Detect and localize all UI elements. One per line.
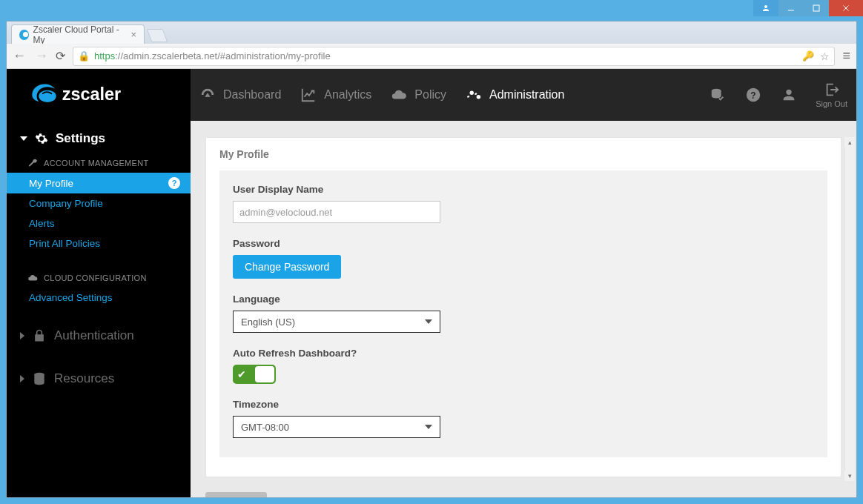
svg-text:zscaler: zscaler bbox=[62, 84, 121, 104]
signout-label: Sign Out bbox=[816, 99, 847, 108]
forward-button[interactable]: → bbox=[35, 48, 48, 64]
chart-icon bbox=[300, 87, 317, 103]
gauge-icon bbox=[199, 87, 216, 103]
sidebar-item-my-profile[interactable]: My Profile ? bbox=[7, 173, 191, 193]
sidebar-settings-label: Settings bbox=[56, 131, 105, 146]
svg-rect-1 bbox=[813, 5, 819, 11]
display-name-label: User Display Name bbox=[233, 184, 814, 195]
sidebar-item-advanced-settings[interactable]: Advanced Settings bbox=[7, 288, 191, 308]
chevron-down-icon bbox=[20, 136, 27, 141]
os-window: Zscaler Cloud Portal - My × ← → ⟳ 🔒 http… bbox=[0, 0, 863, 504]
topnav: Dashboard Analytics Policy bbox=[191, 69, 856, 121]
nav-label: Policy bbox=[414, 88, 446, 102]
signout-button[interactable]: Sign Out bbox=[816, 82, 847, 108]
lock-icon bbox=[32, 328, 47, 343]
user-icon bbox=[781, 87, 797, 103]
browser-tabstrip: Zscaler Cloud Portal - My × bbox=[7, 21, 856, 44]
sidebar-section-resources[interactable]: Resources bbox=[7, 364, 191, 394]
key-icon[interactable]: 🔑 bbox=[802, 50, 814, 62]
scroll-up-icon[interactable]: ▴ bbox=[844, 137, 855, 147]
reload-button[interactable]: ⟳ bbox=[56, 49, 65, 63]
sidebar-section-settings[interactable]: Settings bbox=[7, 125, 191, 152]
nav-policy[interactable]: Policy bbox=[391, 87, 446, 103]
app-root: zscaler Settings ACCOUNT MANAGEMENT bbox=[7, 69, 856, 497]
window-maximize-button[interactable] bbox=[804, 0, 829, 16]
toggle-knob bbox=[255, 366, 274, 382]
signout-icon bbox=[824, 82, 840, 98]
language-select[interactable]: English (US) bbox=[233, 311, 440, 333]
change-password-button[interactable]: Change Password bbox=[233, 255, 341, 279]
scroll-down-icon[interactable]: ▾ bbox=[844, 471, 855, 481]
auto-refresh-toggle[interactable]: ✔ bbox=[233, 365, 276, 384]
gears-icon bbox=[466, 87, 482, 103]
content: My Profile User Display Name Password Ch… bbox=[191, 121, 856, 497]
nav-label: Analytics bbox=[324, 88, 371, 102]
brand-logo[interactable]: zscaler bbox=[7, 69, 191, 121]
password-label: Password bbox=[233, 238, 814, 249]
timezone-select[interactable]: GMT-08:00 bbox=[233, 416, 440, 438]
database-icon bbox=[32, 371, 47, 386]
browser-menu-button[interactable]: ≡ bbox=[842, 48, 850, 64]
stack-check-icon bbox=[710, 87, 726, 103]
nav-label: Administration bbox=[489, 88, 564, 102]
timezone-value: GMT-08:00 bbox=[241, 422, 289, 433]
favicon-icon bbox=[19, 30, 29, 40]
sidebar-item-label: My Profile bbox=[29, 178, 73, 189]
star-icon[interactable]: ☆ bbox=[820, 50, 830, 62]
svg-text:?: ? bbox=[751, 90, 756, 101]
sidebar-item-label: Advanced Settings bbox=[29, 292, 113, 303]
sidebar-cat-cloud-label: CLOUD CONFIGURATION bbox=[44, 273, 147, 282]
field-password: Password Change Password bbox=[233, 238, 814, 279]
display-name-input[interactable] bbox=[233, 201, 440, 223]
tab-close-icon[interactable]: × bbox=[130, 29, 136, 40]
field-auto-refresh: Auto Refresh Dashboard? ✔ bbox=[233, 348, 814, 384]
field-language: Language English (US) bbox=[233, 294, 814, 333]
cloud-icon bbox=[27, 273, 38, 283]
sidebar-authentication-label: Authentication bbox=[54, 328, 134, 343]
nav-analytics[interactable]: Analytics bbox=[300, 87, 371, 103]
sidebar-cat-account-label: ACCOUNT MANAGEMENT bbox=[44, 159, 148, 168]
wrench-icon bbox=[27, 158, 38, 168]
sidebar-cat-account-management: ACCOUNT MANAGEMENT bbox=[7, 152, 191, 173]
sidebar-section-authentication[interactable]: Authentication bbox=[7, 321, 191, 351]
chevron-down-icon bbox=[425, 425, 432, 429]
lock-icon: 🔒 bbox=[78, 50, 90, 62]
topnav-activate-icon[interactable] bbox=[709, 87, 727, 103]
titlebar-user-icon[interactable] bbox=[753, 0, 778, 16]
url-scheme: https bbox=[94, 50, 115, 62]
nav-dashboard[interactable]: Dashboard bbox=[199, 87, 281, 103]
titlebar bbox=[0, 0, 863, 21]
sidebar-item-print-policies[interactable]: Print All Policies bbox=[7, 233, 191, 253]
profile-form: User Display Name Password Change Passwo… bbox=[219, 170, 827, 457]
scrollbar[interactable]: ▴ ▾ bbox=[844, 137, 855, 481]
sidebar-item-label: Company Profile bbox=[29, 198, 103, 209]
sidebar-item-alerts[interactable]: Alerts bbox=[7, 213, 191, 233]
window-close-button[interactable] bbox=[829, 0, 863, 16]
browser-toolbar: ← → ⟳ 🔒 https ://admin.zscalerbeta.net/#… bbox=[7, 44, 856, 69]
back-button[interactable]: ← bbox=[13, 48, 26, 64]
sidebar-item-label: Alerts bbox=[29, 218, 55, 229]
question-circle-icon: ? bbox=[745, 87, 761, 103]
topnav-user-icon[interactable] bbox=[780, 87, 798, 103]
topnav-help-icon[interactable]: ? bbox=[744, 87, 762, 103]
page-title: My Profile bbox=[219, 148, 827, 160]
sidebar-resources-label: Resources bbox=[54, 371, 114, 386]
language-label: Language bbox=[233, 294, 814, 305]
browser-tab[interactable]: Zscaler Cloud Portal - My × bbox=[11, 24, 145, 44]
sidebar-item-company-profile[interactable]: Company Profile bbox=[7, 193, 191, 213]
help-icon[interactable]: ? bbox=[168, 177, 180, 189]
address-bar[interactable]: 🔒 https ://admin.zscalerbeta.net/#admini… bbox=[73, 47, 835, 66]
form-actions: Save Cancel bbox=[205, 492, 841, 497]
save-button[interactable]: Save bbox=[205, 492, 267, 497]
nav-administration[interactable]: Administration bbox=[466, 87, 564, 103]
svg-rect-0 bbox=[788, 10, 794, 11]
tab-title: Zscaler Cloud Portal - My bbox=[33, 24, 124, 45]
nav-label: Dashboard bbox=[223, 88, 281, 102]
language-value: English (US) bbox=[241, 316, 295, 328]
chevron-right-icon bbox=[20, 332, 24, 339]
timezone-label: Timezone bbox=[233, 399, 814, 410]
window-minimize-button[interactable] bbox=[778, 0, 804, 16]
new-tab-button[interactable] bbox=[147, 29, 168, 42]
profile-card: My Profile User Display Name Password Ch… bbox=[205, 137, 841, 477]
gear-icon bbox=[35, 132, 48, 145]
